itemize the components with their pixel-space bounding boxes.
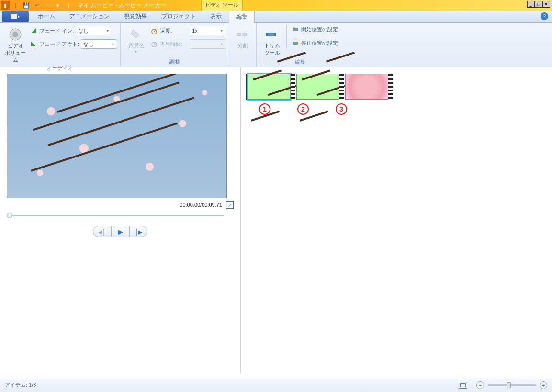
play-button[interactable]: ▶	[111, 226, 129, 237]
tab-visual[interactable]: 視覚効果	[117, 11, 154, 22]
annotation-3: 3	[336, 103, 347, 115]
audio-group-label: オーディオ	[4, 64, 116, 72]
svg-rect-0	[11, 14, 17, 19]
bgcolor-label: 背景色	[128, 42, 144, 49]
svg-marker-6	[131, 30, 139, 38]
minimize-button[interactable]: _	[527, 1, 535, 8]
end-point-icon	[293, 40, 299, 47]
clip-3[interactable]	[345, 74, 388, 100]
maximize-button[interactable]: □	[535, 1, 542, 8]
help-icon[interactable]: ?	[541, 12, 548, 20]
split-icon	[235, 27, 250, 42]
qat-dropdown-icon[interactable]: ▾	[54, 1, 62, 10]
speed-icon	[150, 27, 158, 34]
set-start-button[interactable]: 開始位置の設定	[291, 25, 340, 34]
tab-view[interactable]: 表示	[203, 11, 229, 22]
annotations: 1 2 3	[246, 103, 547, 115]
file-menu[interactable]	[2, 11, 29, 22]
time-display: 00:00.00/00:09.71	[180, 202, 222, 208]
fade-out-icon	[30, 40, 37, 48]
separator2: |	[64, 1, 73, 10]
video-volume-button[interactable]: ビデオ ボリューム	[4, 25, 27, 64]
titlebar: ▮ | 💾 ↶ ↷ ▾ | マイ ムービー - ムービー メーカー ビデオ ツー…	[0, 0, 552, 11]
bgcolor-button: 背景色 ▾	[124, 25, 147, 54]
trim-tool-button[interactable]: トリム ツール	[260, 25, 283, 56]
speaker-icon	[8, 27, 23, 42]
clip-2[interactable]	[296, 74, 339, 100]
fade-in-combo[interactable]: なし	[76, 26, 111, 35]
separator: |	[11, 1, 20, 10]
zoom-in-button[interactable]: +	[540, 381, 547, 389]
main-area: 00:00.00/00:09.71 ↗ ◂∣ ▶ ∣▸ 1 2 3	[0, 67, 552, 373]
play-controls: ◂∣ ▶ ∣▸	[7, 226, 234, 237]
svg-marker-1	[18, 15, 20, 18]
close-button[interactable]: ✕	[542, 1, 550, 8]
window-title: マイ ムービー - ムービー メーカー	[78, 1, 166, 10]
paint-bucket-icon	[128, 27, 144, 42]
clip-row	[248, 74, 547, 100]
redo-icon[interactable]: ↷	[43, 1, 52, 10]
split-label: 分割	[237, 42, 248, 49]
qat: ▮ | 💾 ↶ ↷ ▾ |	[0, 0, 74, 11]
speed-combo[interactable]: 1x	[190, 26, 225, 35]
svg-rect-14	[267, 33, 275, 36]
start-point-icon	[293, 26, 299, 33]
ribbon-tabs: ホーム アニメーション 視覚効果 プロジェクト 表示 編集 ?	[0, 11, 552, 23]
fade-in-label: フェード イン:	[39, 27, 74, 34]
undo-icon[interactable]: ↶	[33, 1, 41, 10]
app-icon[interactable]: ▮	[1, 1, 10, 10]
zoom-thumb[interactable]	[507, 382, 511, 388]
tab-animation[interactable]: アニメーション	[62, 11, 117, 22]
preview-pane: 00:00.00/00:09.71 ↗ ◂∣ ▶ ∣▸	[0, 67, 241, 373]
ribbon: ビデオ ボリューム フェード イン: なし フェード アウト: なし オーディオ	[0, 23, 552, 67]
trim-icon	[264, 27, 280, 42]
video-volume-label: ビデオ ボリューム	[4, 42, 27, 64]
set-start-label: 開始位置の設定	[301, 26, 338, 33]
set-end-label: 停止位置の設定	[301, 40, 338, 47]
duration-icon	[150, 40, 158, 48]
clip-1[interactable]	[248, 74, 291, 100]
adjust-group-label: 調整	[124, 57, 225, 66]
ribbon-group-adjust: 背景色 ▾ 速度: 1x 再生時間: 調整	[121, 23, 229, 67]
trim-label: トリム ツール	[264, 42, 280, 56]
chevron-down-icon: ▾	[135, 49, 137, 54]
zoom-slider[interactable]	[488, 384, 536, 386]
fade-out-label: フェード アウト:	[39, 41, 79, 48]
prev-frame-button[interactable]: ◂∣	[93, 226, 111, 237]
svg-point-3	[12, 32, 18, 37]
tab-edit[interactable]: 編集	[229, 11, 255, 23]
save-icon[interactable]: 💾	[22, 1, 31, 10]
speed-label: 速度:	[160, 27, 188, 34]
ribbon-group-edit: トリム ツール 開始位置の設定 停止位置の設定 編集	[257, 23, 344, 67]
zoom-out-button[interactable]: −	[476, 381, 484, 389]
storyboard[interactable]: 1 2 3	[241, 67, 552, 373]
item-count: アイテム: 1/3	[5, 381, 36, 389]
svg-rect-13	[243, 33, 247, 36]
seek-thumb[interactable]	[7, 213, 12, 218]
split-button: 分割	[231, 25, 254, 49]
next-frame-button[interactable]: ∣▸	[129, 226, 147, 237]
ribbon-group-split: 分割	[229, 23, 257, 67]
preview-display	[7, 74, 227, 198]
context-tab: ビデオ ツール	[201, 0, 243, 11]
set-end-button[interactable]: 停止位置の設定	[291, 39, 340, 48]
tab-project[interactable]: プロジェクト	[154, 11, 203, 22]
svg-marker-4	[31, 28, 36, 33]
svg-marker-5	[31, 42, 36, 46]
fade-out-combo[interactable]: なし	[81, 39, 116, 49]
fade-in-icon	[30, 27, 37, 34]
view-thumbnails-icon[interactable]	[459, 382, 467, 389]
statusbar: アイテム: 1/3 | − +	[0, 378, 552, 392]
fullscreen-icon[interactable]: ↗	[226, 201, 234, 209]
ribbon-group-audio: ビデオ ボリューム フェード イン: なし フェード アウト: なし オーディオ	[0, 23, 121, 67]
annotation-1: 1	[259, 103, 270, 115]
seek-slider[interactable]	[7, 213, 227, 217]
tab-home[interactable]: ホーム	[31, 11, 62, 22]
edit-group-label: 編集	[260, 57, 340, 66]
svg-rect-12	[237, 33, 241, 36]
svg-line-8	[154, 30, 156, 32]
duration-label: 再生時間:	[160, 41, 188, 48]
duration-combo	[190, 39, 225, 49]
annotation-2: 2	[297, 103, 309, 115]
